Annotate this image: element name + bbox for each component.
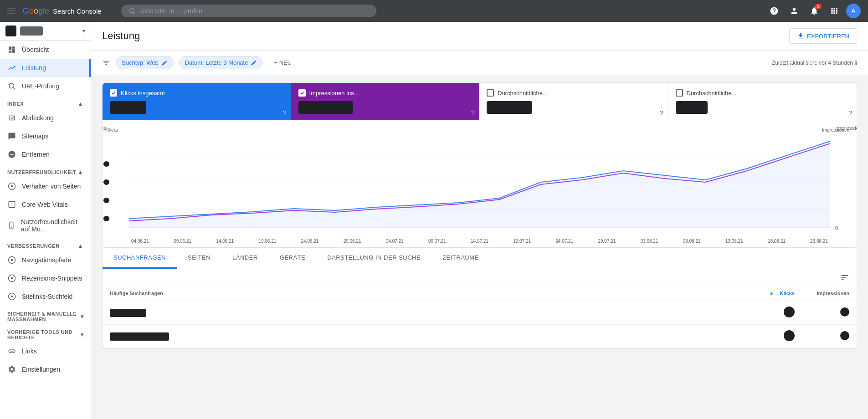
sidebar-item-uebersicht[interactable]: Übersicht [0,41,91,59]
table-area: Häufige Suchanfragen ↓ Klicks Impression… [102,269,857,349]
tab-zeitraeume[interactable]: ZEITRÄUME [431,248,490,269]
section-header-nutzer[interactable]: Nutzerfreundlichkeit ▲ [0,164,91,177]
row-clicks-1 [740,307,795,319]
sidebar-item-mobile[interactable]: Nutzerfreundlichkeit auf Mo... [0,214,91,237]
ctr-checkbox [487,89,494,97]
svg-line-1 [134,12,135,14]
sidebar-item-label: Entfernen [22,151,50,158]
sidebar-item-label: Übersicht [22,46,49,53]
row-query-2 [110,332,740,341]
col-query-header: Häufige Suchanfragen [110,291,740,296]
x-label-1: 09.06.21 [174,239,191,244]
clicks-value [110,101,146,114]
sidebar-item-leistung[interactable]: Leistung [0,59,91,77]
sort-icon [769,291,774,296]
ctr-help-icon[interactable]: ? [659,109,663,117]
query-text-2 [110,332,169,341]
filter-rows-icon[interactable] [840,273,849,282]
svg-rect-6 [9,201,15,208]
section-header-sicherheit[interactable]: Sicherheit & Manuelle Maßnahmen ▾ [0,306,91,324]
export-button[interactable]: EXPORTIEREN [789,28,857,44]
section-header-index[interactable]: Index ▲ [0,95,91,109]
section-title: Nutzerfreundlichkeit [7,169,76,175]
svg-line-3 [13,87,15,89]
tab-geraete[interactable]: GERÄTE [269,248,316,269]
x-label-15: 18.08.21 [768,239,786,244]
performance-card: Klicks insgesamt ? Impressionen ins... ? [102,82,857,248]
impressions-axis-label: Impressionen [822,128,849,133]
sidebar-item-label: Verhalten von Seiten [22,183,81,190]
table-header: Häufige Suchanfragen ↓ Klicks Impression… [103,286,857,301]
sidebar-item-label: Rezensions-Snippets [22,275,82,282]
apps-button[interactable] [826,3,842,19]
chevron-down-icon: ▾ [82,28,85,34]
metric-card-position[interactable]: Durchschnittliche... ? [668,83,857,120]
user-avatar[interactable]: A [846,4,861,18]
svg-point-25 [103,161,109,167]
section-title: Index [7,101,24,107]
metric-card-ctr[interactable]: Durchschnittliche... ? [479,83,668,120]
url-check-icon [7,82,16,91]
impressions-checkbox [298,89,306,97]
tab-suchanfragen[interactable]: SUCHANFRAGEN [103,248,177,269]
edit-icon [161,60,168,66]
clicks-help-icon[interactable]: ? [282,109,286,117]
sidebar-item-url-pruefung[interactable]: URL-Prüfung [0,77,91,95]
y-axis-left-label: Klicks [106,128,118,133]
account-button[interactable] [786,3,802,19]
impressions-help-icon[interactable]: ? [471,109,475,117]
main-content: Leistung EXPORTIEREN Suchtyp: Web Datum:… [91,22,868,419]
x-label-13: 08.08.21 [683,239,701,244]
search-bar[interactable] [121,5,376,17]
review-icon [7,274,16,283]
collapse-icon: ▲ [78,243,83,249]
query-text-1 [110,309,146,317]
col-clicks-header[interactable]: ↓ Klicks [740,291,795,296]
sidebar-item-core-web-vitals[interactable]: Core Web Vitals [0,195,91,214]
sidebar-item-rezensions[interactable]: Rezensions-Snippets [0,269,91,287]
menu-icon[interactable] [7,8,15,14]
tab-laender[interactable]: LÄNDER [221,248,269,269]
page-header: Leistung EXPORTIEREN [91,22,868,51]
links-icon [7,347,16,356]
table-row[interactable] [103,325,857,348]
tab-seiten[interactable]: SEITEN [177,248,221,269]
position-help-icon[interactable]: ? [848,109,852,117]
metric-card-impressions[interactable]: Impressionen ins... ? [291,83,480,120]
sidebar-item-links[interactable]: Links [0,342,91,360]
table-row[interactable] [103,301,857,325]
export-label: EXPORTIEREN [807,33,849,40]
sidebar-item-sitelinks[interactable]: Sitelinks-Suchfeld [0,287,91,306]
page-title: Leistung [102,30,140,42]
site-selector[interactable]: ▾ [0,22,91,41]
core-web-vitals-icon [7,200,16,209]
x-label-6: 04.07.21 [386,239,404,244]
sidebar-item-verhalten[interactable]: Verhalten von Seiten [0,177,91,195]
x-label-11: 29.07.21 [598,239,616,244]
suchtyp-filter[interactable]: Suchtyp: Web [116,56,174,69]
metric-card-clicks[interactable]: Klicks insgesamt ? [103,83,291,120]
sidebar-item-sitemaps[interactable]: Sitemaps [0,127,91,145]
collapse-icon: ▾ [81,313,84,320]
help-button[interactable] [766,3,782,19]
sidebar-item-entfernen[interactable]: Entfernen [0,145,91,164]
clicks-checkbox [110,89,117,97]
app-name: Search Console [53,7,102,15]
ctr-title: Durchschnittliche... [498,90,548,97]
search-input[interactable] [139,7,369,15]
topbar: Google Search Console 5 A [0,0,868,22]
col-impressions-header: Impressionen [795,291,849,296]
datum-filter[interactable]: Datum: Letzte 3 Monate [179,56,263,69]
notifications-button[interactable]: 5 [806,3,822,19]
tabs-bar: SUCHANFRAGEN SEITEN LÄNDER GERÄTE DARSTE… [102,248,857,269]
tab-darstellung[interactable]: DARSTELLUNG IN DER SUCHE [316,248,431,269]
sidebar-item-einstellungen[interactable]: Einstellungen [0,360,91,378]
section-header-verbesserungen[interactable]: Verbesserungen ▲ [0,237,91,251]
info-icon[interactable]: ℹ [855,59,857,66]
sidebar-item-navigationspfade[interactable]: Navigationspfade [0,251,91,269]
site-name [20,26,43,36]
sidebar-item-abdeckung[interactable]: Abdeckung [0,109,91,127]
x-axis-labels: 04.06.21 09.06.21 14.06.21 19.06.21 24.0… [106,237,853,244]
section-header-vorherige[interactable]: Vorherige Tools und Berichte ▾ [0,324,91,342]
new-filter-button[interactable]: + NEU [268,56,297,69]
